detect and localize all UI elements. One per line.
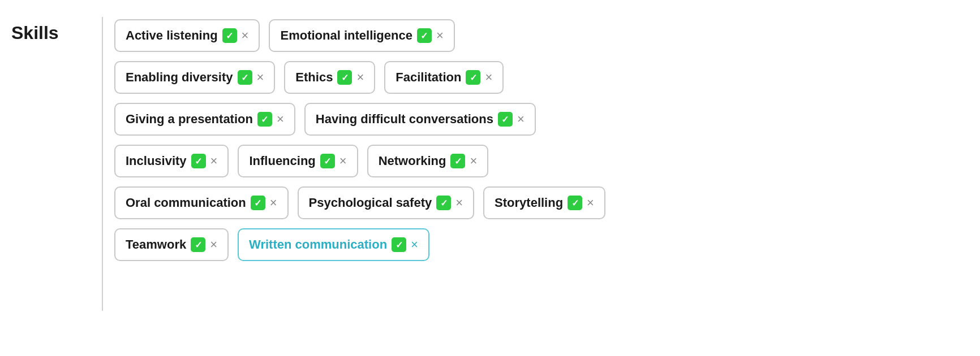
check-icon-inclusivity [191, 154, 206, 168]
tags-row-4: Oral communication×Psychological safety×… [114, 186, 969, 219]
tag-giving-a-presentation[interactable]: Giving a presentation× [114, 103, 295, 136]
close-button-emotional-intelligence[interactable]: × [436, 29, 444, 42]
close-button-written-communication[interactable]: × [411, 238, 418, 251]
skills-label-container: Skills [11, 17, 102, 44]
close-button-influencing[interactable]: × [339, 155, 347, 167]
tag-name-active-listening: Active listening [126, 28, 218, 43]
tag-psychological-safety[interactable]: Psychological safety× [298, 186, 475, 219]
check-icon-having-difficult-conversations [498, 112, 513, 127]
check-icon-giving-a-presentation [257, 112, 272, 127]
close-button-inclusivity[interactable]: × [210, 155, 218, 167]
check-icon-ethics [337, 70, 352, 85]
close-button-storytelling[interactable]: × [587, 197, 594, 209]
skills-section: Skills Active listening×Emotional intell… [0, 11, 980, 316]
tag-inclusivity[interactable]: Inclusivity× [114, 145, 229, 177]
check-icon-oral-communication [251, 196, 265, 210]
check-icon-enabling-diversity [238, 70, 252, 85]
tag-teamwork[interactable]: Teamwork× [114, 228, 229, 261]
tag-enabling-diversity[interactable]: Enabling diversity× [114, 61, 275, 94]
tags-row-0: Active listening×Emotional intelligence× [114, 19, 969, 52]
check-icon-emotional-intelligence [417, 28, 432, 43]
tag-name-psychological-safety: Psychological safety [309, 196, 432, 210]
tag-name-influencing: Influencing [249, 154, 315, 168]
close-button-having-difficult-conversations[interactable]: × [517, 113, 525, 125]
tag-name-giving-a-presentation: Giving a presentation [126, 112, 253, 127]
close-button-enabling-diversity[interactable]: × [257, 71, 264, 84]
close-button-oral-communication[interactable]: × [270, 197, 277, 209]
tags-row-3: Inclusivity×Influencing×Networking× [114, 145, 969, 177]
tag-written-communication[interactable]: Written communication× [238, 228, 429, 261]
tag-name-inclusivity: Inclusivity [126, 154, 187, 168]
tag-name-written-communication: Written communication [249, 237, 387, 252]
check-icon-psychological-safety [436, 196, 451, 210]
close-button-psychological-safety[interactable]: × [455, 197, 463, 209]
check-icon-written-communication [392, 237, 406, 252]
tag-emotional-intelligence[interactable]: Emotional intelligence× [269, 19, 454, 52]
tag-having-difficult-conversations[interactable]: Having difficult conversations× [304, 103, 536, 136]
tag-name-teamwork: Teamwork [126, 237, 186, 252]
tag-name-networking: Networking [379, 154, 446, 168]
tags-row-2: Giving a presentation×Having difficult c… [114, 103, 969, 136]
tag-networking[interactable]: Networking× [367, 145, 489, 177]
check-icon-networking [450, 154, 465, 168]
tag-active-listening[interactable]: Active listening× [114, 19, 260, 52]
tag-name-having-difficult-conversations: Having difficult conversations [316, 112, 493, 127]
close-button-ethics[interactable]: × [356, 71, 364, 84]
section-divider [102, 17, 103, 311]
tag-storytelling[interactable]: Storytelling× [483, 186, 605, 219]
close-button-facilitation[interactable]: × [485, 71, 492, 84]
tag-name-enabling-diversity: Enabling diversity [126, 70, 233, 85]
skills-label: Skills [11, 23, 59, 44]
check-icon-storytelling [568, 196, 582, 210]
tag-name-ethics: Ethics [295, 70, 333, 85]
tag-name-oral-communication: Oral communication [126, 196, 246, 210]
tags-row-1: Enabling diversity×Ethics×Facilitation× [114, 61, 969, 94]
tag-name-emotional-intelligence: Emotional intelligence [280, 28, 412, 43]
check-icon-influencing [320, 154, 335, 168]
tag-name-facilitation: Facilitation [396, 70, 461, 85]
tag-influencing[interactable]: Influencing× [238, 145, 358, 177]
tag-facilitation[interactable]: Facilitation× [384, 61, 504, 94]
close-button-teamwork[interactable]: × [210, 238, 217, 251]
tags-row-5: Teamwork×Written communication× [114, 228, 969, 261]
tag-ethics[interactable]: Ethics× [284, 61, 375, 94]
close-button-networking[interactable]: × [470, 155, 477, 167]
close-button-active-listening[interactable]: × [242, 29, 249, 42]
tag-oral-communication[interactable]: Oral communication× [114, 186, 289, 219]
check-icon-active-listening [222, 28, 237, 43]
tags-container: Active listening×Emotional intelligence×… [114, 17, 969, 261]
close-button-giving-a-presentation[interactable]: × [277, 113, 284, 125]
check-icon-facilitation [466, 70, 480, 85]
check-icon-teamwork [191, 237, 205, 252]
tag-name-storytelling: Storytelling [495, 196, 563, 210]
